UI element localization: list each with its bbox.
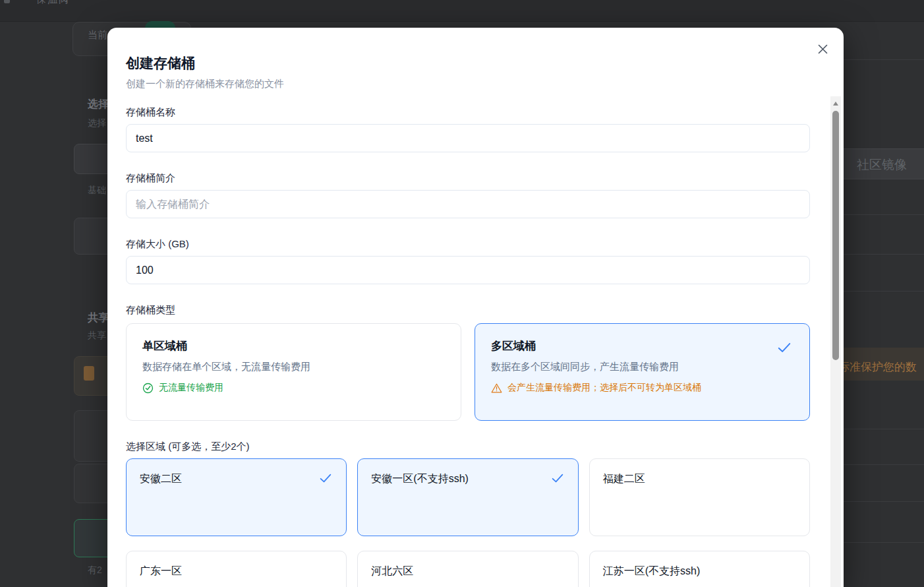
region-name: 江苏一区(不支持ssh)	[603, 565, 796, 578]
region-select-label: 选择区域 (可多选，至少2个)	[126, 441, 810, 453]
region-name: 安徽一区(不支持ssh)	[371, 472, 564, 486]
check-icon	[320, 474, 332, 483]
region-option-anhui-2[interactable]: 安徽二区	[126, 458, 347, 536]
background-tab-label: 社区镜像	[857, 156, 907, 173]
app-logo-icon	[4, 0, 10, 3]
region-option-anhui-1[interactable]: 安徽一区(不支持ssh)	[357, 458, 578, 536]
dialog-scrollbar[interactable]	[830, 96, 841, 587]
bucket-type-option-single-region[interactable]: 单区域桶 数据存储在单个区域，无流量传输费用 无流量传输费用	[126, 323, 461, 421]
region-option-jiangsu-1[interactable]: 江苏一区(不支持ssh)	[589, 551, 810, 587]
region-option-hebei-6[interactable]: 河北六区	[357, 551, 578, 587]
region-options: 安徽二区 安徽一区(不支持ssh) 福建二区 广东一区 河北六区	[126, 458, 810, 587]
bucket-type-label: 存储桶类型	[126, 304, 810, 317]
storage-size-input[interactable]	[126, 256, 810, 284]
region-option-fujian-2[interactable]: 福建二区	[589, 458, 810, 536]
scrollbar-up-arrow-icon[interactable]	[833, 102, 838, 106]
scrollbar-thumb[interactable]	[832, 111, 839, 360]
background-base-label: 基础	[88, 185, 106, 197]
background-section-title: 选择	[88, 98, 109, 111]
create-bucket-dialog: 创建存储桶 创建一个新的存储桶来存储您的文件 存储桶名称 存储桶简介 存储大小 …	[107, 28, 844, 587]
bucket-type-options: 单区域桶 数据存储在单个区域，无流量传输费用 无流量传输费用 多区域桶 数据在多…	[126, 323, 810, 421]
region-name: 广东一区	[140, 565, 333, 578]
background-section-subtitle: 选择	[88, 117, 106, 129]
topbar-nav-item: 保温阀	[36, 0, 70, 6]
circle-check-icon	[142, 383, 154, 394]
check-icon	[778, 342, 791, 353]
background-orange-note: 标准保护您的数	[838, 359, 917, 375]
bucket-name-label: 存储桶名称	[126, 106, 810, 119]
bucket-name-input[interactable]	[126, 124, 810, 152]
background-orange-icon	[84, 366, 94, 381]
background-section2-subtitle: 共享	[88, 330, 106, 342]
bucket-description-label: 存储桶简介	[126, 172, 810, 185]
dialog-title: 创建存储桶	[126, 54, 810, 73]
option-title: 多区域桶	[491, 338, 794, 354]
background-banner-text: 当前	[88, 29, 107, 42]
region-name: 福建二区	[603, 472, 796, 486]
option-title: 单区域桶	[142, 338, 445, 354]
background-footer-text: 有2	[88, 565, 102, 576]
option-note: 无流量传输费用	[159, 382, 223, 394]
dialog-subtitle: 创建一个新的存储桶来存储您的文件	[126, 78, 810, 90]
background-section2-title: 共享	[88, 311, 109, 325]
option-note: 会产生流量传输费用；选择后不可转为单区域桶	[507, 382, 701, 394]
background-topbar: 保温阀	[0, 0, 924, 22]
region-name: 安徽二区	[140, 472, 333, 486]
storage-size-label: 存储大小 (GB)	[126, 238, 810, 251]
bucket-type-option-multi-region[interactable]: 多区域桶 数据在多个区域间同步，产生流量传输费用 会产生流量传输费用；选择后不可…	[475, 323, 810, 421]
option-description: 数据存储在单个区域，无流量传输费用	[142, 361, 445, 373]
option-description: 数据在多个区域间同步，产生流量传输费用	[491, 361, 794, 373]
region-option-guangdong-1[interactable]: 广东一区	[126, 551, 347, 587]
region-name: 河北六区	[371, 565, 564, 578]
close-icon[interactable]	[816, 42, 829, 55]
bucket-description-input[interactable]	[126, 190, 810, 218]
check-icon	[552, 474, 563, 483]
warning-triangle-icon	[491, 383, 502, 394]
